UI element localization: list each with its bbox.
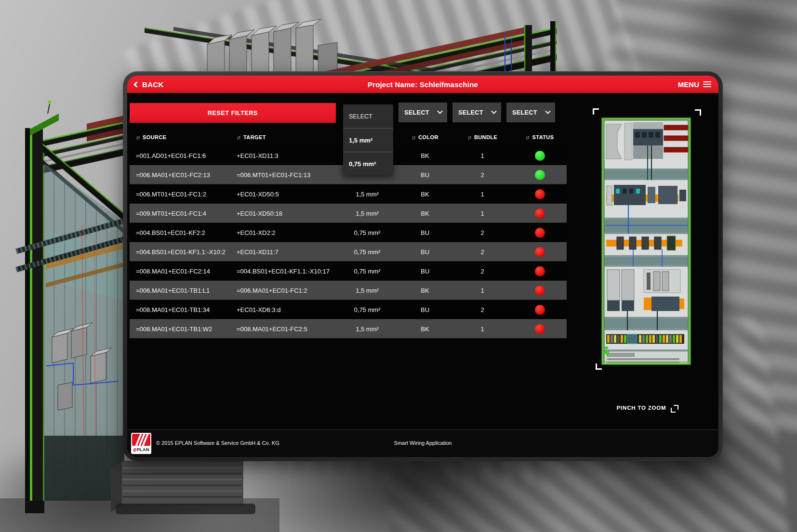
- back-button[interactable]: BACK: [134, 80, 164, 89]
- pinch-to-zoom-label: PINCH TO ZOOM: [617, 405, 666, 411]
- cell-bundle: 1: [452, 325, 513, 333]
- cell-status: [513, 151, 567, 161]
- cell-color: BK: [398, 287, 452, 294]
- cross-section-option[interactable]: 0,75 mm²: [343, 152, 393, 175]
- resize-handle-bottom-left: [596, 363, 602, 370]
- sort-icon: ↓↑: [412, 134, 415, 140]
- status-dot: [535, 285, 545, 296]
- application-name: Smart Wiring Application: [394, 440, 452, 446]
- cell-color: BU: [398, 268, 452, 275]
- cell-target: +EC01-XD50:18: [230, 210, 336, 217]
- cell-target: +EC01-XD11:7: [230, 248, 336, 256]
- status-dot: [535, 208, 545, 219]
- reset-filters-button[interactable]: RESET FILTERS: [130, 103, 336, 123]
- cell-cross-section: 0,75 mm²: [336, 268, 398, 275]
- cell-cross-section: 1,5 mm²: [336, 325, 398, 333]
- status-dot: [535, 247, 545, 257]
- cell-cross-section: 1,5 mm²: [336, 287, 398, 294]
- table-row[interactable]: =008.MA01+EC01-FC2:14 =004.BS01+EC01-KF1…: [130, 261, 567, 281]
- table-row[interactable]: =004.BS01+EC01-KF2:2 +EC01-XD2:2 0,75 mm…: [130, 223, 567, 242]
- cell-bundle: 1: [452, 152, 513, 159]
- cell-status: [513, 247, 567, 257]
- status-dot: [535, 170, 545, 180]
- status-dot: [535, 228, 545, 238]
- cross-section-filter-dropdown[interactable]: SELECT 1,5 mm²0,75 mm²: [343, 104, 393, 175]
- app-window: BACK Project Name: Schleifmaschine MENU …: [123, 71, 723, 461]
- cell-color: BK: [398, 325, 452, 333]
- app-footer: ePLAN © 2015 EPLAN Software & Service Gm…: [127, 429, 718, 456]
- menu-button[interactable]: MENU: [678, 80, 711, 89]
- copyright-text: © 2015 EPLAN Software & Service GmbH & C…: [156, 440, 279, 446]
- cell-source: =006.MA01+EC01-FC2:13: [130, 171, 230, 179]
- cross-section-option[interactable]: 1,5 mm²: [343, 128, 393, 152]
- cell-cross-section: 1,5 mm²: [336, 210, 398, 217]
- cell-source: =004.BS01+EC01-KF2:2: [130, 229, 230, 236]
- select-label: SELECT: [512, 109, 537, 116]
- table-row[interactable]: =008.MA01+EC01-TB1:W2 =008.MA01+EC01-FC2…: [130, 319, 567, 338]
- cell-cross-section: 1,5 mm²: [336, 191, 398, 198]
- cell-source: =009.MT01+EC01-FC1:4: [130, 210, 230, 217]
- cell-source: =001.AD01+EC01-FC1:6: [130, 152, 230, 159]
- cell-source: =008.MA01+EC01-TB1:W2: [130, 325, 230, 333]
- table-row[interactable]: =009.MT01+EC01-FC1:4 +EC01-XD50:18 1,5 m…: [130, 204, 567, 223]
- cell-source: =006.MT01+EC01-FC1:2: [130, 191, 230, 198]
- cell-cross-section: 0,75 mm²: [336, 229, 398, 236]
- select-label: SELECT: [404, 109, 429, 116]
- pinch-to-zoom-hint: PINCH TO ZOOM: [590, 403, 705, 413]
- back-chevron-icon: [133, 81, 140, 88]
- filter-select-2[interactable]: SELECT: [398, 103, 447, 122]
- cell-color: BU: [398, 171, 452, 179]
- page-title: Project Name: Schleifmaschine: [368, 80, 478, 89]
- table-row[interactable]: =006.MT01+EC01-FC1:2 +EC01-XD50:5 1,5 mm…: [130, 184, 567, 204]
- app-content: BACK Project Name: Schleifmaschine MENU …: [127, 76, 718, 457]
- filter-select-4[interactable]: SELECT: [506, 103, 555, 122]
- cross-section-filter-placeholder[interactable]: SELECT: [343, 104, 393, 128]
- table-row[interactable]: =008.MA01+EC01-TB1:34 +EC01-XD6:3:d 0,75…: [130, 300, 567, 319]
- cell-bundle: 2: [452, 229, 513, 236]
- cell-status: [513, 170, 567, 180]
- header-target[interactable]: ↓↑ TARGET: [230, 134, 336, 140]
- app-header: BACK Project Name: Schleifmaschine MENU: [127, 76, 718, 93]
- cell-target: =006.MT01+EC01-FC1:13: [230, 171, 336, 179]
- cell-bundle: 1: [452, 210, 513, 217]
- cell-source: =006.MA01+EC01-TB1:L1: [130, 287, 230, 294]
- header-bundle[interactable]: ↓↑ BUNDLE: [452, 134, 513, 140]
- status-dot: [535, 324, 545, 334]
- sort-icon: ↓↑: [467, 134, 471, 140]
- sort-icon: ↓↑: [526, 134, 529, 140]
- select-label: SELECT: [458, 109, 483, 116]
- cell-status: [513, 305, 567, 315]
- cell-target: +EC01-XD6:3:d: [230, 306, 336, 313]
- cell-color: BU: [398, 229, 452, 236]
- cell-source: =008.MA01+EC01-TB1:34: [130, 306, 230, 313]
- cell-color: BK: [398, 152, 452, 159]
- cabinet-layout-preview[interactable]: [599, 114, 693, 369]
- header-source[interactable]: ↓↑ SOURCE: [130, 134, 230, 140]
- cell-bundle: 2: [452, 171, 513, 179]
- cell-status: [513, 228, 567, 238]
- cell-source: =008.MA01+EC01-FC2:14: [130, 268, 230, 275]
- table-row[interactable]: =006.MA01+EC01-TB1:L1 =006.MA01+EC01-FC1…: [130, 281, 567, 300]
- cell-target: +EC01-XD50:5: [230, 191, 336, 198]
- cell-target: =008.MA01+EC01-FC2:5: [230, 325, 336, 333]
- header-color[interactable]: ↓↑ COLOR: [398, 134, 452, 140]
- filter-select-3[interactable]: SELECT: [452, 103, 501, 122]
- cell-bundle: 1: [452, 287, 513, 294]
- cell-color: BU: [398, 248, 452, 256]
- cell-target: =004.BS01+EC01-KF1.1:-X10:17: [230, 268, 336, 275]
- cell-color: BU: [398, 306, 452, 313]
- cell-bundle: 2: [452, 306, 513, 313]
- menu-label: MENU: [678, 80, 699, 89]
- status-dot: [535, 305, 545, 315]
- cell-bundle: 2: [452, 268, 513, 275]
- screen: BACK Project Name: Schleifmaschine MENU …: [0, 0, 797, 532]
- cell-status: [513, 266, 567, 276]
- sort-icon: ↓↑: [237, 134, 240, 140]
- hamburger-icon: [703, 80, 711, 89]
- header-status[interactable]: ↓↑ STATUS: [513, 134, 567, 140]
- cell-bundle: 1: [452, 191, 513, 198]
- table-row[interactable]: =004.BS01+EC01-KF1.1:-X10:2 +EC01-XD11:7…: [130, 242, 567, 261]
- eplan-logo-stripes-icon: [132, 434, 150, 446]
- cell-source: =004.BS01+EC01-KF1.1:-X10:2: [130, 248, 230, 256]
- resize-handle-top-left: [593, 108, 599, 115]
